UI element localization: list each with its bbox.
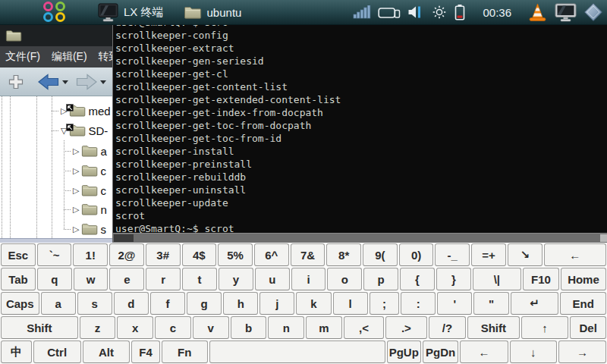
key-minus[interactable]: -_ [435,243,470,266]
key-j[interactable]: j [259,292,294,315]
key-7[interactable]: 7& [291,243,326,266]
key-double-quote[interactable]: " [473,292,508,315]
key-f4[interactable]: F4 [131,340,160,363]
key-del[interactable]: Del [570,316,606,339]
key-c[interactable]: c [155,316,191,339]
signal-strength-icon[interactable] [353,5,371,19]
key-v[interactable]: v [193,316,229,339]
key-pgup[interactable]: PgUp [387,340,421,363]
key-6[interactable]: 6^ [254,243,289,266]
terminal-bottom-bar[interactable] [113,233,607,243]
key-enter[interactable]: ↵ [511,292,559,315]
new-tab-icon[interactable] [7,73,25,91]
display-icon[interactable] [555,3,577,22]
key-b[interactable]: b [231,316,267,339]
key-fn[interactable]: Fn [162,340,208,363]
key-tab[interactable]: Tab [1,268,36,290]
menu-item-1[interactable]: 编辑(E) [52,50,87,64]
expand-arrow-icon[interactable]: ▷ [73,187,79,195]
vlc-icon[interactable] [527,2,548,23]
key-o[interactable]: o [327,268,362,290]
key-4[interactable]: 4$ [182,243,217,266]
key-home[interactable]: Home [561,268,606,290]
expand-arrow-icon[interactable]: ▷ [73,225,79,234]
key-ime-chinese[interactable]: 中 [1,340,32,363]
terminal-scrollbar-end[interactable] [600,234,607,242]
key-equals[interactable]: =+ [471,243,506,266]
key-brace-open[interactable]: { [400,268,435,290]
key-comma[interactable]: ,< [344,316,384,339]
key-g[interactable]: g [187,292,222,315]
key-m[interactable]: m [306,316,342,339]
brightness-icon[interactable] [431,5,448,20]
key-w[interactable]: w [74,268,109,290]
key-backslash[interactable]: \| [473,268,521,290]
key-period[interactable]: .> [385,316,427,339]
key-backspace[interactable]: ← [544,243,606,266]
key-p[interactable]: p [363,268,398,290]
key-shift-right[interactable]: Shift [467,316,519,339]
key-n[interactable]: n [268,316,304,339]
terminal-scrollbar-thumb[interactable] [114,234,134,242]
tree-item-med[interactable]: ▷ med [52,101,111,121]
key-1[interactable]: 1! [73,243,108,266]
key-end[interactable]: End [560,292,606,315]
back-icon[interactable] [37,73,60,91]
key-a[interactable]: a [41,292,76,315]
key-arrow-left[interactable]: ← [460,340,508,363]
forward-dropdown-icon[interactable] [99,79,107,85]
battery-low-icon[interactable] [454,4,465,20]
taskbar-item-lx-terminal[interactable]: LX 终端 [98,3,164,22]
launcher-menu-button[interactable] [43,2,72,23]
key-x[interactable]: x [117,316,153,339]
key-9[interactable]: 9( [363,243,398,266]
tree-item-n[interactable]: ▷ n [64,199,107,219]
key-ctrl[interactable]: Ctrl [33,340,81,363]
expand-arrow-icon[interactable]: ▷ [73,167,79,175]
key-f[interactable]: f [150,292,185,315]
expand-arrow-icon[interactable]: ▷ [73,206,79,214]
key-f10[interactable]: F10 [523,268,559,290]
key-s[interactable]: s [77,292,112,315]
key-esc[interactable]: Esc [1,243,36,266]
key-slash[interactable]: /? [429,316,467,339]
key-z[interactable]: z [80,316,116,339]
key-q[interactable]: q [37,268,72,290]
key-h[interactable]: h [223,292,258,315]
key-brace-close[interactable]: } [436,268,471,290]
forward-icon[interactable] [75,73,98,91]
tree-item-SD-[interactable]: ▽ SD- [52,121,108,140]
menu-item-0[interactable]: 文件(F) [5,50,40,64]
key-semicolon[interactable]: ; [370,292,400,315]
key-backtick[interactable]: `~ [37,243,72,266]
expand-arrow-icon[interactable]: ▷ [73,147,79,155]
key-3[interactable]: 3# [146,243,181,266]
key-hide-keyboard[interactable]: ↘ [508,243,543,266]
key-pgdn[interactable]: PgDn [423,340,458,363]
key-t[interactable]: t [182,268,217,290]
taskbar-item-ubuntu[interactable]: ubuntu [184,5,242,20]
key-l[interactable]: l [333,292,368,315]
key-d[interactable]: d [114,292,149,315]
key-space[interactable] [209,340,385,363]
key-k[interactable]: k [296,292,331,315]
key-quote[interactable]: ' [437,292,472,315]
rotate-device-icon[interactable] [378,5,401,19]
key-alt[interactable]: Alt [83,340,131,363]
key-2[interactable]: 2@ [109,243,144,266]
key-arrow-right[interactable]: → [558,340,606,363]
key-0[interactable]: 0) [399,243,434,266]
terminal-window[interactable]: user@SmartQ:~$ scroscrollkeeper-configsc… [112,24,607,243]
key-e[interactable]: e [109,268,144,290]
tree-item-c[interactable]: ▷ c [64,161,106,180]
key-arrow-down[interactable]: ↓ [510,340,557,363]
tree-item-a[interactable]: ▷ a [64,141,107,161]
tree-item-s[interactable]: ▷ s [64,219,106,238]
key-colon[interactable]: : [401,292,436,315]
key-u[interactable]: u [255,268,290,290]
key-r[interactable]: r [146,268,181,290]
key-i[interactable]: i [291,268,326,290]
key-y[interactable]: y [219,268,253,290]
volume-icon[interactable] [407,5,424,19]
key-8[interactable]: 8* [326,243,361,266]
